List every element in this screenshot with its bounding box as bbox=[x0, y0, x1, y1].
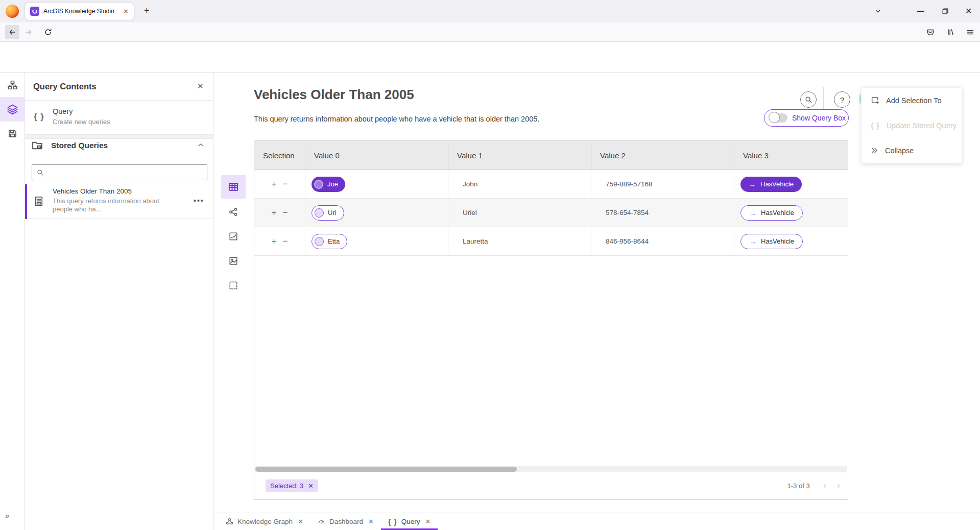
remove-from-selection-icon[interactable]: − bbox=[283, 208, 288, 217]
section-gap bbox=[25, 134, 213, 139]
tab-close-icon[interactable]: ✕ bbox=[123, 8, 129, 15]
layers-icon[interactable] bbox=[7, 104, 18, 115]
link-chart-view-icon[interactable] bbox=[229, 207, 238, 216]
stored-query-item-desc: This query returns information about peo… bbox=[53, 197, 159, 213]
tab-close-icon[interactable]: ✕ bbox=[298, 518, 303, 525]
page-description: This query returns information about peo… bbox=[254, 115, 539, 123]
menu-hamburger-icon[interactable] bbox=[966, 28, 974, 36]
back-icon[interactable] bbox=[5, 25, 19, 39]
graph-icon bbox=[226, 518, 233, 525]
arrow-right-icon: → bbox=[749, 180, 756, 188]
table-row[interactable]: + − Uri Uriel 578-654-7854 →HasVehicle bbox=[254, 199, 848, 227]
map-view-icon[interactable] bbox=[229, 256, 238, 266]
query-card[interactable]: { } Query Create new queries bbox=[25, 101, 213, 134]
left-rail: » bbox=[0, 73, 25, 530]
expand-panel-icon[interactable]: » bbox=[5, 511, 9, 520]
toggle-switch[interactable] bbox=[770, 113, 787, 123]
selected-indicator bbox=[25, 184, 27, 219]
add-to-selection-icon[interactable]: + bbox=[272, 208, 277, 217]
chevron-up-icon[interactable] bbox=[197, 141, 204, 149]
chart-view-icon[interactable] bbox=[229, 232, 238, 241]
column-header-value3[interactable]: Value 3 bbox=[734, 141, 848, 170]
horizontal-scrollbar-track[interactable] bbox=[255, 466, 847, 472]
tab-knowledge-graph[interactable]: Knowledge Graph ✕ bbox=[219, 513, 310, 530]
folder-icon bbox=[32, 140, 43, 151]
relationship-chip[interactable]: →HasVehicle bbox=[740, 234, 803, 249]
tab-close-icon[interactable]: ✕ bbox=[368, 518, 374, 525]
cell-value: Lauretta bbox=[448, 237, 488, 245]
new-tab-icon[interactable]: + bbox=[144, 6, 150, 16]
tab-query[interactable]: { } Query ✕ bbox=[381, 513, 438, 530]
stored-queries-search-input[interactable] bbox=[47, 168, 202, 177]
remove-from-selection-icon[interactable]: − bbox=[283, 180, 288, 188]
cell-value: 759-889-57168 bbox=[591, 180, 653, 188]
restore-window-icon[interactable] bbox=[942, 8, 949, 15]
table-row[interactable]: + − Joe John 759-889-57168 →HasVehicle bbox=[254, 170, 848, 199]
arrow-right-icon: → bbox=[749, 237, 756, 246]
cell-value: 578-654-7854 bbox=[591, 209, 649, 216]
cell-value: 846-956-8644 bbox=[591, 237, 649, 245]
search-button[interactable] bbox=[800, 91, 817, 108]
stored-queries-title: Stored Queries bbox=[51, 141, 108, 150]
pocket-icon[interactable] bbox=[926, 28, 935, 36]
selected-count-badge[interactable]: Selected: 3 ✕ bbox=[266, 479, 318, 492]
list-tabs-chevron-down-icon[interactable] bbox=[874, 8, 881, 15]
horizontal-scrollbar-thumb[interactable] bbox=[255, 467, 517, 472]
stored-query-item-title: Vehicles Older Than 2005 bbox=[53, 187, 132, 195]
table-header-row: Selection Value 0 Value 1 Value 2 Value … bbox=[254, 141, 848, 170]
entity-chip[interactable]: Joe bbox=[312, 177, 345, 192]
toggle-label: Show Query Box bbox=[792, 114, 846, 122]
dashboard-gauge-icon bbox=[318, 518, 325, 525]
tab-dashboard[interactable]: Dashboard ✕ bbox=[310, 513, 381, 530]
minimize-icon[interactable] bbox=[917, 11, 924, 12]
entity-chip[interactable]: Etta bbox=[312, 234, 347, 249]
browser-tab[interactable]: ArcGIS Knowledge Studio ✕ bbox=[25, 3, 134, 20]
search-icon bbox=[37, 169, 44, 176]
menu-item-collapse[interactable]: Collapse bbox=[862, 138, 962, 163]
pagination-prev-icon[interactable]: ‹ bbox=[823, 480, 826, 491]
cell-value: Uriel bbox=[448, 209, 477, 216]
select-marquee-icon[interactable] bbox=[229, 281, 238, 290]
add-selection-icon bbox=[871, 96, 879, 105]
column-header-selection[interactable]: Selection bbox=[254, 141, 305, 170]
forward-icon[interactable] bbox=[25, 28, 33, 36]
header-divider bbox=[823, 87, 824, 111]
stored-query-item[interactable]: Vehicles Older Than 2005 This query retu… bbox=[25, 184, 213, 219]
add-to-selection-icon[interactable]: + bbox=[272, 180, 277, 188]
relationship-chip[interactable]: →HasVehicle bbox=[740, 177, 802, 192]
braces-icon: { } bbox=[871, 122, 880, 130]
entity-chip[interactable]: Uri bbox=[312, 205, 344, 221]
page-title: Vehicles Older Than 2005 bbox=[254, 87, 414, 103]
collapse-chevrons-icon bbox=[871, 147, 878, 154]
toggle-knob bbox=[769, 112, 780, 123]
menu-item-add-selection-to[interactable]: Add Selection To bbox=[862, 88, 962, 113]
reload-icon[interactable] bbox=[44, 28, 52, 36]
stored-queries-search[interactable] bbox=[32, 164, 207, 180]
close-window-icon[interactable]: ✕ bbox=[965, 6, 972, 16]
item-options-icon[interactable]: ••• bbox=[194, 197, 204, 205]
tab-close-icon[interactable]: ✕ bbox=[425, 518, 431, 525]
remove-from-selection-icon[interactable]: − bbox=[283, 237, 288, 246]
pagination-next-icon[interactable]: › bbox=[837, 480, 840, 491]
menu-item-update-stored-query[interactable]: { } Update Stored Query bbox=[862, 113, 962, 138]
library-icon[interactable] bbox=[946, 28, 954, 36]
sitemap-icon[interactable] bbox=[8, 80, 17, 90]
document-icon bbox=[34, 196, 44, 206]
save-icon[interactable] bbox=[8, 129, 17, 138]
tab-title: ArcGIS Knowledge Studio bbox=[43, 8, 123, 15]
column-header-value1[interactable]: Value 1 bbox=[448, 141, 591, 170]
table-view-icon[interactable] bbox=[228, 182, 238, 192]
firefox-icon[interactable] bbox=[6, 5, 19, 18]
column-header-value2[interactable]: Value 2 bbox=[591, 141, 734, 170]
query-card-subtitle: Create new queries bbox=[53, 118, 110, 126]
add-to-selection-icon[interactable]: + bbox=[272, 237, 277, 246]
show-query-box-toggle[interactable]: Show Query Box bbox=[764, 109, 849, 127]
braces-icon: { } bbox=[34, 112, 44, 122]
relationship-chip[interactable]: →HasVehicle bbox=[740, 205, 803, 221]
panel-close-icon[interactable]: ✕ bbox=[197, 82, 204, 91]
help-button[interactable]: ? bbox=[834, 91, 850, 108]
results-table: Selection Value 0 Value 1 Value 2 Value … bbox=[254, 140, 848, 500]
table-row[interactable]: + − Etta Lauretta 846-956-8644 →HasVehic… bbox=[254, 227, 848, 256]
column-header-value0[interactable]: Value 0 bbox=[305, 141, 448, 170]
clear-selection-icon[interactable]: ✕ bbox=[308, 482, 314, 490]
